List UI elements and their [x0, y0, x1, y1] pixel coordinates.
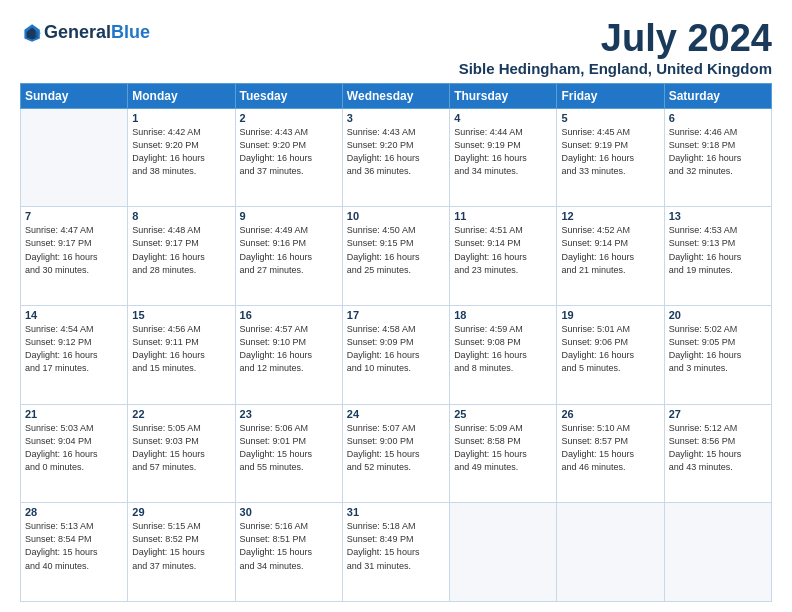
- table-row: 23Sunrise: 5:06 AMSunset: 9:01 PMDayligh…: [235, 404, 342, 503]
- day-info: Sunrise: 4:58 AMSunset: 9:09 PMDaylight:…: [347, 323, 445, 375]
- table-row: 19Sunrise: 5:01 AMSunset: 9:06 PMDayligh…: [557, 306, 664, 405]
- logo: GeneralBlue: [20, 22, 150, 44]
- day-info: Sunrise: 4:45 AMSunset: 9:19 PMDaylight:…: [561, 126, 659, 178]
- calendar-week-row: 14Sunrise: 4:54 AMSunset: 9:12 PMDayligh…: [21, 306, 772, 405]
- day-info: Sunrise: 4:56 AMSunset: 9:11 PMDaylight:…: [132, 323, 230, 375]
- day-number: 24: [347, 408, 445, 420]
- subtitle: Sible Hedingham, England, United Kingdom: [459, 60, 772, 77]
- day-number: 17: [347, 309, 445, 321]
- day-info: Sunrise: 5:09 AMSunset: 8:58 PMDaylight:…: [454, 422, 552, 474]
- table-row: [21, 108, 128, 207]
- day-info: Sunrise: 5:05 AMSunset: 9:03 PMDaylight:…: [132, 422, 230, 474]
- day-info: Sunrise: 5:03 AMSunset: 9:04 PMDaylight:…: [25, 422, 123, 474]
- day-info: Sunrise: 5:12 AMSunset: 8:56 PMDaylight:…: [669, 422, 767, 474]
- day-number: 31: [347, 506, 445, 518]
- logo-text: GeneralBlue: [44, 23, 150, 43]
- table-row: 14Sunrise: 4:54 AMSunset: 9:12 PMDayligh…: [21, 306, 128, 405]
- table-row: 29Sunrise: 5:15 AMSunset: 8:52 PMDayligh…: [128, 503, 235, 602]
- day-info: Sunrise: 5:18 AMSunset: 8:49 PMDaylight:…: [347, 520, 445, 572]
- calendar-header-row: Sunday Monday Tuesday Wednesday Thursday…: [21, 83, 772, 108]
- day-info: Sunrise: 5:01 AMSunset: 9:06 PMDaylight:…: [561, 323, 659, 375]
- day-number: 8: [132, 210, 230, 222]
- table-row: 4Sunrise: 4:44 AMSunset: 9:19 PMDaylight…: [450, 108, 557, 207]
- table-row: 28Sunrise: 5:13 AMSunset: 8:54 PMDayligh…: [21, 503, 128, 602]
- table-row: 8Sunrise: 4:48 AMSunset: 9:17 PMDaylight…: [128, 207, 235, 306]
- day-info: Sunrise: 4:51 AMSunset: 9:14 PMDaylight:…: [454, 224, 552, 276]
- day-number: 22: [132, 408, 230, 420]
- day-number: 5: [561, 112, 659, 124]
- day-number: 10: [347, 210, 445, 222]
- day-number: 18: [454, 309, 552, 321]
- day-info: Sunrise: 4:57 AMSunset: 9:10 PMDaylight:…: [240, 323, 338, 375]
- day-info: Sunrise: 4:53 AMSunset: 9:13 PMDaylight:…: [669, 224, 767, 276]
- day-info: Sunrise: 5:16 AMSunset: 8:51 PMDaylight:…: [240, 520, 338, 572]
- calendar-week-row: 28Sunrise: 5:13 AMSunset: 8:54 PMDayligh…: [21, 503, 772, 602]
- day-number: 13: [669, 210, 767, 222]
- table-row: 25Sunrise: 5:09 AMSunset: 8:58 PMDayligh…: [450, 404, 557, 503]
- day-info: Sunrise: 5:06 AMSunset: 9:01 PMDaylight:…: [240, 422, 338, 474]
- table-row: 1Sunrise: 4:42 AMSunset: 9:20 PMDaylight…: [128, 108, 235, 207]
- day-number: 9: [240, 210, 338, 222]
- day-number: 28: [25, 506, 123, 518]
- table-row: 7Sunrise: 4:47 AMSunset: 9:17 PMDaylight…: [21, 207, 128, 306]
- table-row: 3Sunrise: 4:43 AMSunset: 9:20 PMDaylight…: [342, 108, 449, 207]
- day-number: 21: [25, 408, 123, 420]
- calendar-table: Sunday Monday Tuesday Wednesday Thursday…: [20, 83, 772, 602]
- table-row: [664, 503, 771, 602]
- table-row: [450, 503, 557, 602]
- calendar-week-row: 21Sunrise: 5:03 AMSunset: 9:04 PMDayligh…: [21, 404, 772, 503]
- calendar-week-row: 1Sunrise: 4:42 AMSunset: 9:20 PMDaylight…: [21, 108, 772, 207]
- day-info: Sunrise: 5:07 AMSunset: 9:00 PMDaylight:…: [347, 422, 445, 474]
- day-info: Sunrise: 4:42 AMSunset: 9:20 PMDaylight:…: [132, 126, 230, 178]
- table-row: 27Sunrise: 5:12 AMSunset: 8:56 PMDayligh…: [664, 404, 771, 503]
- day-info: Sunrise: 4:49 AMSunset: 9:16 PMDaylight:…: [240, 224, 338, 276]
- day-number: 2: [240, 112, 338, 124]
- day-info: Sunrise: 4:46 AMSunset: 9:18 PMDaylight:…: [669, 126, 767, 178]
- table-row: 26Sunrise: 5:10 AMSunset: 8:57 PMDayligh…: [557, 404, 664, 503]
- day-number: 16: [240, 309, 338, 321]
- col-friday: Friday: [557, 83, 664, 108]
- col-monday: Monday: [128, 83, 235, 108]
- table-row: 20Sunrise: 5:02 AMSunset: 9:05 PMDayligh…: [664, 306, 771, 405]
- table-row: [557, 503, 664, 602]
- day-number: 19: [561, 309, 659, 321]
- table-row: 30Sunrise: 5:16 AMSunset: 8:51 PMDayligh…: [235, 503, 342, 602]
- day-info: Sunrise: 5:10 AMSunset: 8:57 PMDaylight:…: [561, 422, 659, 474]
- day-info: Sunrise: 5:13 AMSunset: 8:54 PMDaylight:…: [25, 520, 123, 572]
- day-info: Sunrise: 4:44 AMSunset: 9:19 PMDaylight:…: [454, 126, 552, 178]
- day-number: 27: [669, 408, 767, 420]
- table-row: 10Sunrise: 4:50 AMSunset: 9:15 PMDayligh…: [342, 207, 449, 306]
- day-info: Sunrise: 4:54 AMSunset: 9:12 PMDaylight:…: [25, 323, 123, 375]
- day-number: 15: [132, 309, 230, 321]
- table-row: 11Sunrise: 4:51 AMSunset: 9:14 PMDayligh…: [450, 207, 557, 306]
- col-tuesday: Tuesday: [235, 83, 342, 108]
- day-info: Sunrise: 4:47 AMSunset: 9:17 PMDaylight:…: [25, 224, 123, 276]
- table-row: 6Sunrise: 4:46 AMSunset: 9:18 PMDaylight…: [664, 108, 771, 207]
- day-number: 26: [561, 408, 659, 420]
- table-row: 13Sunrise: 4:53 AMSunset: 9:13 PMDayligh…: [664, 207, 771, 306]
- day-number: 7: [25, 210, 123, 222]
- table-row: 21Sunrise: 5:03 AMSunset: 9:04 PMDayligh…: [21, 404, 128, 503]
- table-row: 12Sunrise: 4:52 AMSunset: 9:14 PMDayligh…: [557, 207, 664, 306]
- day-number: 29: [132, 506, 230, 518]
- day-info: Sunrise: 4:43 AMSunset: 9:20 PMDaylight:…: [240, 126, 338, 178]
- header: GeneralBlue July 2024 Sible Hedingham, E…: [20, 18, 772, 77]
- day-info: Sunrise: 4:52 AMSunset: 9:14 PMDaylight:…: [561, 224, 659, 276]
- title-block: July 2024 Sible Hedingham, England, Unit…: [459, 18, 772, 77]
- table-row: 9Sunrise: 4:49 AMSunset: 9:16 PMDaylight…: [235, 207, 342, 306]
- day-number: 25: [454, 408, 552, 420]
- table-row: 15Sunrise: 4:56 AMSunset: 9:11 PMDayligh…: [128, 306, 235, 405]
- col-thursday: Thursday: [450, 83, 557, 108]
- day-number: 30: [240, 506, 338, 518]
- day-number: 3: [347, 112, 445, 124]
- page: GeneralBlue July 2024 Sible Hedingham, E…: [0, 0, 792, 612]
- calendar-week-row: 7Sunrise: 4:47 AMSunset: 9:17 PMDaylight…: [21, 207, 772, 306]
- col-saturday: Saturday: [664, 83, 771, 108]
- table-row: 16Sunrise: 4:57 AMSunset: 9:10 PMDayligh…: [235, 306, 342, 405]
- day-info: Sunrise: 5:15 AMSunset: 8:52 PMDaylight:…: [132, 520, 230, 572]
- logo-icon: [20, 22, 42, 44]
- table-row: 24Sunrise: 5:07 AMSunset: 9:00 PMDayligh…: [342, 404, 449, 503]
- day-info: Sunrise: 4:59 AMSunset: 9:08 PMDaylight:…: [454, 323, 552, 375]
- day-number: 23: [240, 408, 338, 420]
- table-row: 22Sunrise: 5:05 AMSunset: 9:03 PMDayligh…: [128, 404, 235, 503]
